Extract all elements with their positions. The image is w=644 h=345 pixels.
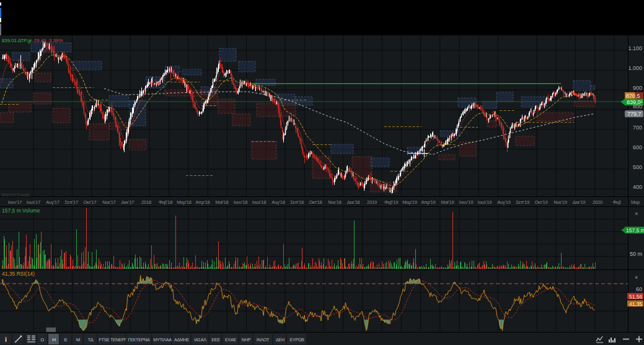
- svg-text:Αυγ'17: Αυγ'17: [46, 199, 59, 205]
- svg-text:FTSE: FTSE: [99, 337, 110, 343]
- svg-text:800: 800: [633, 103, 642, 110]
- svg-text:Ω: Ω: [40, 337, 44, 343]
- svg-text:870,5: 870,5: [626, 93, 640, 99]
- svg-text:ΑΔΜΗΕ: ΑΔΜΗΕ: [174, 337, 190, 343]
- svg-text:Φεβ'19: Φεβ'19: [384, 199, 398, 205]
- svg-text:ΜΥΤΙΛΑΑ: ΜΥΤΙΛΑΑ: [153, 337, 172, 343]
- svg-text:Ιουλ'17: Ιουλ'17: [27, 199, 41, 205]
- svg-text:779,7: 779,7: [627, 111, 642, 117]
- svg-text:Σεπ'17: Σεπ'17: [64, 199, 78, 205]
- svg-text:157,5 m Volume: 157,5 m Volume: [2, 207, 40, 214]
- svg-text:Η: Η: [52, 337, 56, 343]
- svg-text:ΔΕΗ: ΔΕΗ: [276, 337, 285, 343]
- svg-text:ΕΧΑΕ: ΕΧΑΕ: [225, 337, 236, 343]
- svg-text:Μαϊ'18: Μαϊ'18: [216, 199, 229, 205]
- svg-text:Δεκ'17: Δεκ'17: [121, 199, 135, 205]
- svg-text:×: ×: [635, 274, 638, 281]
- svg-text:51,56: 51,56: [629, 294, 643, 300]
- svg-text:Σεπ'19: Σεπ'19: [516, 199, 529, 205]
- svg-text:1.000: 1.000: [628, 65, 642, 71]
- svg-text:ΕΕΕ: ΕΕΕ: [211, 337, 220, 343]
- svg-text:1.100: 1.100: [628, 45, 642, 51]
- svg-text:839.01 ΔΤΡ.gr: 839.01 ΔΤΡ.gr: [2, 38, 32, 43]
- svg-text:ΤΕΝΕΡΓ: ΤΕΝΕΡΓ: [110, 337, 126, 343]
- svg-text:Αυγ'19: Αυγ'19: [497, 199, 510, 205]
- svg-text:60: 60: [636, 286, 642, 292]
- svg-text:400: 400: [633, 184, 642, 190]
- svg-text:2019: 2019: [367, 199, 377, 205]
- svg-text:i: i: [5, 336, 7, 343]
- svg-text:Μ: Μ: [76, 337, 81, 343]
- svg-text:ΤΔ: ΤΔ: [87, 337, 94, 343]
- svg-text:Ιουν'17: Ιουν'17: [8, 199, 22, 205]
- svg-text:Αυγ'18: Αυγ'18: [271, 199, 285, 205]
- svg-text:Μαρ'18: Μαρ'18: [177, 199, 191, 205]
- svg-text:Οκτ'18: Οκτ'18: [309, 199, 322, 205]
- svg-text:MetricTrade: MetricTrade: [2, 192, 30, 198]
- svg-text:41,35: 41,35: [629, 301, 643, 307]
- svg-text:500: 500: [633, 164, 642, 170]
- svg-text:Νοε'18: Νοε'18: [328, 199, 342, 205]
- svg-text:Απρ'18: Απρ'18: [195, 199, 210, 205]
- svg-text:ΙΝΛΟΤ: ΙΝΛΟΤ: [257, 337, 270, 343]
- svg-text:900: 900: [633, 85, 642, 91]
- svg-text:Ιουλ'19: Ιουλ'19: [478, 199, 492, 205]
- svg-text:ΕΥΡΩΒ: ΕΥΡΩΒ: [289, 337, 304, 343]
- svg-text:ΓΕΚΤΕΡΝΑ: ΓΕΚΤΕΡΝΑ: [128, 337, 150, 343]
- svg-text:Μαϊ'19: Μαϊ'19: [441, 199, 454, 205]
- svg-text:Φεβ: Φεβ: [612, 199, 621, 205]
- svg-text:Μαρ'19: Μαρ'19: [402, 199, 417, 205]
- svg-text:Ε: Ε: [64, 337, 67, 343]
- svg-text:Σεπ'18: Σεπ'18: [290, 199, 304, 205]
- svg-text:Δεκ'18: Δεκ'18: [347, 199, 360, 205]
- svg-text:41,35 RSI(14): 41,35 RSI(14): [2, 271, 35, 277]
- svg-text:-29.40 -3.39%: -29.40 -3.39%: [32, 38, 63, 43]
- svg-text:×: ×: [635, 211, 638, 217]
- svg-text:Δεκ'19: Δεκ'19: [573, 199, 586, 205]
- svg-text:Ιουν'19: Ιουν'19: [459, 199, 474, 205]
- svg-text:50 m: 50 m: [630, 251, 642, 257]
- svg-text:ΙΑΣΑΛ: ΙΑΣΑΛ: [194, 337, 206, 343]
- svg-text:Ιουλ'18: Ιουλ'18: [252, 199, 267, 205]
- svg-text:Φεβ'18: Φεβ'18: [159, 199, 172, 205]
- svg-text:700: 700: [633, 124, 642, 131]
- svg-text:157,5 m: 157,5 m: [626, 227, 644, 234]
- svg-text:600: 600: [633, 144, 642, 151]
- svg-text:Οκτ'19: Οκτ'19: [534, 199, 547, 205]
- svg-text:Μαρ: Μαρ: [631, 199, 640, 205]
- svg-text:Οκτ'17: Οκτ'17: [83, 199, 96, 205]
- svg-text:Νοε'19: Νοε'19: [554, 199, 567, 205]
- svg-text:Ιουν'18: Ιουν'18: [234, 199, 248, 205]
- svg-text:Απρ'19: Απρ'19: [421, 199, 435, 205]
- svg-text:ΝΗΡ: ΝΗΡ: [242, 337, 251, 343]
- svg-text:2018: 2018: [141, 199, 151, 205]
- svg-text:Νοε'17: Νοε'17: [102, 199, 116, 205]
- svg-text:2020: 2020: [593, 199, 602, 205]
